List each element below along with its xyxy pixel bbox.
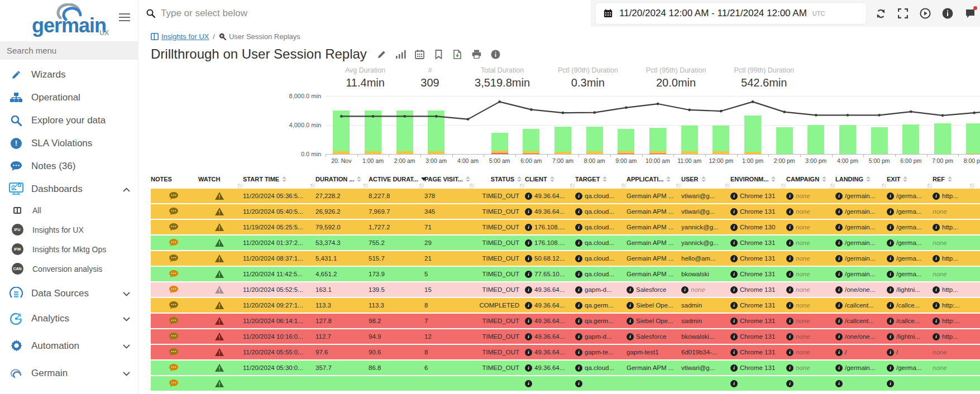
sidebar-item-insights-for-mktg-ops[interactable]: IFM Insights for Mktg Ops — [0, 239, 138, 259]
table-row[interactable]: 11/20/2024 05:30:0...357.786.86TIMED_OUT… — [151, 361, 980, 375]
date-range-picker[interactable]: 11/20/2024 12:00 AM - 11/21/2024 12:00 A… — [595, 2, 867, 25]
cell-notes[interactable] — [151, 192, 198, 200]
column-resize-handle[interactable] — [830, 184, 835, 188]
info-icon[interactable]: i — [575, 208, 582, 215]
cell-notes[interactable] — [151, 223, 198, 231]
info-icon[interactable]: i — [730, 380, 738, 387]
column-resize-handle[interactable] — [520, 184, 524, 188]
info-icon[interactable]: i — [887, 349, 894, 356]
info-icon[interactable]: i — [786, 239, 793, 247]
info-icon[interactable]: i — [627, 286, 634, 294]
column-resize-handle[interactable] — [419, 184, 424, 188]
column-resize-handle[interactable] — [725, 184, 730, 188]
info-icon[interactable]: i — [835, 286, 843, 294]
cell-notes[interactable] — [151, 364, 198, 372]
sidebar-search-input[interactable] — [0, 41, 138, 60]
cell-watch[interactable] — [198, 254, 243, 262]
column-resize-handle[interactable] — [622, 184, 626, 188]
info-icon[interactable]: i — [525, 302, 532, 309]
info-icon[interactable]: i — [887, 239, 894, 247]
column-header-page-visit[interactable]: PAGE VISIT... — [424, 170, 475, 189]
info-icon[interactable]: i — [933, 255, 940, 262]
info-icon[interactable]: i — [730, 286, 738, 294]
sidebar-item-dashboards[interactable]: Dashboards — [0, 177, 138, 200]
info-icon[interactable]: i — [887, 318, 894, 325]
info-icon[interactable]: i — [730, 239, 738, 247]
info-icon[interactable]: i — [786, 349, 793, 356]
info-icon[interactable]: i — [933, 224, 940, 231]
info-icon[interactable]: i — [730, 224, 738, 231]
info-icon[interactable]: i — [835, 364, 843, 372]
info-icon[interactable]: i — [786, 302, 793, 309]
global-search-input[interactable] — [161, 8, 583, 19]
cell-notes[interactable] — [151, 301, 198, 309]
info-icon[interactable]: i — [525, 193, 532, 200]
column-header-applicati[interactable]: APPLICATI... — [627, 170, 681, 189]
info-icon[interactable]: i — [627, 318, 634, 325]
info-icon[interactable]: i — [575, 193, 582, 200]
cell-notes[interactable] — [151, 208, 198, 215]
info-icon[interactable]: i — [730, 364, 738, 372]
sidebar-item-dashboards-all[interactable]: All — [0, 200, 138, 220]
cell-watch[interactable] — [198, 270, 243, 278]
info-icon[interactable]: i — [627, 302, 634, 309]
info-icon[interactable]: i — [786, 208, 793, 215]
cell-notes[interactable] — [151, 379, 198, 387]
column-resize-handle[interactable] — [970, 184, 974, 188]
table-row[interactable]: 11/20/2024 06:14:1...127.898.27TIMED_OUT… — [151, 314, 980, 328]
sidebar-item-operational[interactable]: Operational — [0, 86, 138, 109]
column-header-status[interactable]: STATUS — [475, 170, 525, 189]
info-icon[interactable]: i — [575, 271, 582, 278]
column-header-landing[interactable]: LANDING — [835, 170, 887, 189]
sidebar-item-insights-for-ux[interactable]: IFU Insights for UX — [0, 220, 138, 239]
info-icon[interactable]: i — [730, 193, 738, 200]
table-row[interactable]: 11/20/2024 09:27:1...113.3113.38COMPLETE… — [151, 298, 980, 313]
sidebar-item-conversion-analysis[interactable]: CAN Conversion analysis — [0, 259, 138, 278]
info-icon[interactable]: i — [525, 349, 532, 356]
info-icon[interactable]: i — [887, 271, 894, 278]
column-header-start-time[interactable]: START TIME — [243, 170, 315, 189]
column-header-active-durat[interactable]: ACTIVE DURAT... — [369, 170, 424, 189]
cell-watch[interactable] — [198, 348, 243, 356]
column-header-exit[interactable]: EXIT — [887, 170, 933, 189]
info-icon[interactable]: i — [786, 271, 793, 278]
info-icon[interactable]: i — [887, 286, 894, 294]
info-icon[interactable]: i — [835, 239, 843, 247]
cell-notes[interactable] — [151, 348, 198, 356]
info-icon[interactable]: i — [525, 208, 532, 215]
cell-watch[interactable] — [198, 301, 243, 309]
table-row[interactable]: 11/19/2024 05:25:5...79,592.01,727.271TI… — [151, 220, 980, 234]
info-icon[interactable]: i — [525, 271, 532, 278]
table-row[interactable]: 11/20/2024 05:55:0...97.690.68TIMED_OUTi… — [151, 345, 980, 359]
info-icon[interactable]: i — [933, 302, 940, 309]
info-icon[interactable]: i — [525, 318, 532, 325]
info-icon[interactable]: i — [887, 302, 894, 309]
info-icon[interactable]: i — [681, 286, 689, 294]
sidebar-item-explore-your-data[interactable]: Explore your data — [0, 109, 138, 132]
refresh-icon[interactable] — [874, 7, 887, 20]
info-icon[interactable]: i — [730, 333, 738, 340]
info-icon[interactable]: i — [525, 224, 532, 231]
info-icon[interactable]: i — [525, 286, 532, 294]
calendar-grid-icon[interactable] — [415, 49, 425, 59]
sidebar-item-analytics[interactable]: Analytics — [0, 307, 138, 330]
cell-notes[interactable] — [151, 333, 198, 340]
cell-watch[interactable] — [198, 333, 243, 340]
cell-watch[interactable] — [198, 223, 243, 231]
info-icon[interactable]: i — [933, 318, 940, 325]
info-icon[interactable]: i — [887, 224, 894, 231]
cell-notes[interactable] — [151, 270, 198, 278]
play-circle-icon[interactable] — [919, 7, 931, 20]
info-icon[interactable]: i — [575, 302, 582, 309]
cell-watch[interactable] — [198, 317, 243, 325]
info-icon[interactable]: i — [575, 380, 582, 387]
column-header-campaign[interactable]: CAMPAIGN — [786, 170, 835, 189]
alerts-icon[interactable] — [964, 7, 976, 20]
table-row[interactable]: 11/20/2024 10:16:0...112.794.912TIMED_OU… — [151, 329, 980, 344]
column-resize-handle[interactable] — [364, 184, 368, 188]
sidebar-item-automation[interactable]: Automation — [0, 334, 138, 357]
info-icon[interactable]: i — [835, 318, 843, 325]
info-icon[interactable]: i — [786, 318, 793, 325]
cell-watch[interactable] — [198, 239, 243, 247]
sidebar-item-notes[interactable]: Notes (36) — [0, 155, 138, 177]
